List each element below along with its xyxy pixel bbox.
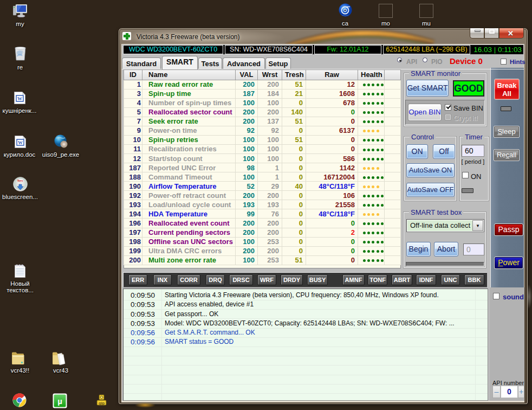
svg-text:qip: qip (99, 401, 105, 406)
svg-text:W: W (18, 140, 23, 145)
svg-text:W: W (17, 96, 22, 101)
svg-text:µ: µ (57, 396, 62, 406)
svg-text:Nero: Nero (17, 180, 23, 182)
